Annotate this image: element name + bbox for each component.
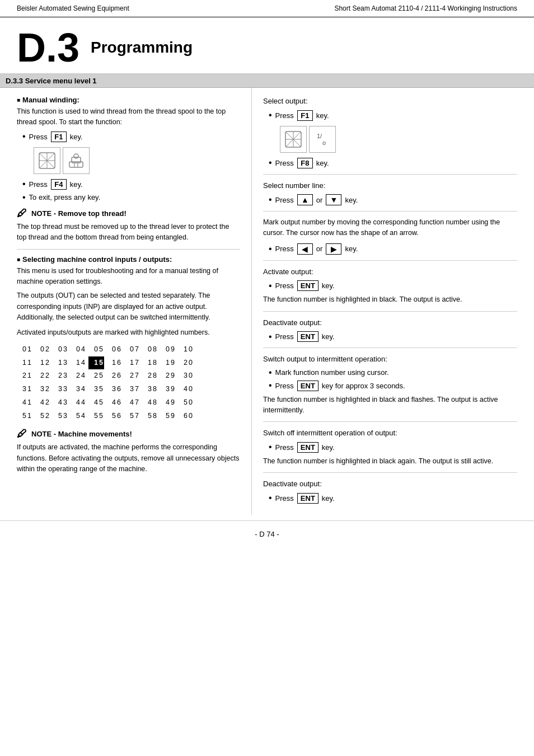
note2-text: If outputs are activated, the machine pe… bbox=[17, 442, 240, 475]
right-press-f1-label: Press bbox=[275, 111, 294, 120]
select-inputs-desc2: The outputs (OUT) can be selected and te… bbox=[17, 290, 240, 323]
grid-cell: 53 bbox=[53, 410, 68, 423]
grid-cell: 36 bbox=[106, 383, 122, 396]
grid-cell: 02 bbox=[35, 343, 50, 356]
grid-cell: 24 bbox=[71, 369, 86, 383]
grid-cell: 13 bbox=[53, 356, 68, 370]
exit-item: • To exit, press any key. bbox=[22, 193, 240, 202]
icon-thread-spool bbox=[34, 147, 60, 174]
key-label2: key. bbox=[70, 180, 83, 189]
right-f8-key-label: key. bbox=[316, 159, 329, 167]
grid-cell: 35 bbox=[88, 383, 104, 396]
display-icon-svg bbox=[283, 129, 303, 149]
press-ent2-label: Press bbox=[275, 332, 294, 341]
grid-cell: 51 bbox=[17, 410, 32, 423]
bullet: • bbox=[269, 281, 272, 290]
grid-cell: 17 bbox=[124, 356, 140, 370]
machine-part-svg bbox=[66, 151, 86, 171]
press-label-lr: Press bbox=[275, 245, 294, 253]
grid-cell: 47 bbox=[124, 396, 140, 410]
press-ent5-label: Press bbox=[275, 494, 294, 503]
title-label: Programming bbox=[91, 39, 193, 57]
right-f8-key: F8 bbox=[297, 158, 313, 168]
ent-key4-label: key. bbox=[322, 443, 335, 452]
grid-cell: 59 bbox=[160, 410, 176, 423]
bullet: • bbox=[269, 494, 272, 503]
header-left: Beisler Automated Sewing Equipment bbox=[17, 4, 129, 12]
header-right: Short Seam Automat 2110-4 / 2111-4 Worki… bbox=[334, 4, 517, 12]
note1-title: NOTE - Remove top thread! bbox=[31, 209, 127, 218]
svg-point-7 bbox=[74, 154, 78, 158]
grid-cell: 57 bbox=[124, 410, 140, 423]
page-footer: - D 74 - bbox=[0, 520, 534, 544]
select-inputs-title: Selecting machine control inputs / outpu… bbox=[17, 255, 240, 264]
grid-cell: 31 bbox=[17, 383, 32, 396]
grid-cell: 38 bbox=[142, 383, 158, 396]
grid-cell: 18 bbox=[142, 356, 158, 370]
press-ent4-label: Press bbox=[275, 443, 294, 452]
right-key-label2: key. bbox=[345, 196, 358, 204]
grid-cell: 11 bbox=[17, 356, 32, 370]
grid-cell: 27 bbox=[124, 369, 140, 383]
icon-machine-part bbox=[63, 147, 90, 174]
press-ent5-item: • Press ENT key. bbox=[269, 493, 517, 504]
note-remove-thread: 🖊 NOTE - Remove top thread! The top thre… bbox=[17, 208, 240, 243]
note1-text: The top thread must be removed up to the… bbox=[17, 222, 240, 243]
grid-cell: 30 bbox=[178, 369, 194, 383]
f1-key: F1 bbox=[51, 132, 67, 142]
grid-row: 41424344454647484950 bbox=[17, 396, 240, 410]
right-press-f8-item: • Press F8 key. bbox=[269, 158, 517, 168]
grid-cell: 44 bbox=[71, 396, 86, 410]
press-lr-item: • Press ◀ or ▶ key. bbox=[269, 243, 517, 255]
press-up-down-item: • Press ▲ or ▼ key. bbox=[269, 194, 517, 205]
icon-container-winding bbox=[34, 145, 240, 176]
right-f1-key: F1 bbox=[297, 110, 313, 121]
grid-cell: 14 bbox=[71, 356, 86, 370]
divider-right6 bbox=[263, 421, 517, 422]
divider-right7 bbox=[263, 472, 517, 473]
grid-cell: 19 bbox=[160, 356, 176, 370]
grid-cell: 48 bbox=[142, 396, 158, 410]
switch-intermittent-title: Switch output to intermittent operation: bbox=[263, 354, 517, 365]
bullet: • bbox=[269, 381, 272, 390]
bullet: • bbox=[269, 158, 272, 167]
grid-cell: 28 bbox=[142, 369, 158, 383]
grid-cell: 52 bbox=[35, 410, 50, 423]
blink-text: The function number is highlighted in bl… bbox=[263, 395, 517, 416]
ent-key: ENT bbox=[297, 280, 318, 291]
grid-cell: 21 bbox=[17, 369, 32, 383]
bullet: • bbox=[269, 443, 272, 452]
grid-cell: 03 bbox=[53, 343, 68, 356]
bullet: • bbox=[269, 111, 272, 120]
title-d3: D.3 bbox=[17, 27, 79, 68]
press-f4-item: • Press F4 key. bbox=[22, 179, 240, 190]
select-output-label: Select output: bbox=[263, 96, 517, 107]
grid-cell: 06 bbox=[106, 343, 122, 356]
key-label: key. bbox=[70, 133, 83, 141]
icon-container-right: 1 / o bbox=[280, 124, 517, 154]
section-header: D.3.3 Service menu level 1 bbox=[0, 74, 534, 88]
mark-cursor-item: • Mark function number using cursor. bbox=[269, 368, 517, 377]
grid-cell: 33 bbox=[53, 383, 68, 396]
deactivate-output-label: Deactivate output: bbox=[263, 317, 517, 328]
grid-cell: 29 bbox=[160, 369, 176, 383]
grid-cell: 58 bbox=[142, 410, 158, 423]
right-column: Select output: • Press F1 key. bbox=[252, 88, 534, 515]
right-key-label3: key. bbox=[345, 245, 358, 253]
press-ent4-item: • Press ENT key. bbox=[269, 442, 517, 453]
grid-cell: 09 bbox=[160, 343, 176, 356]
press-f1-item: • Press F1 key. bbox=[22, 132, 240, 142]
footer-text: - D 74 - bbox=[255, 530, 279, 538]
ent-key3: ENT bbox=[297, 381, 318, 391]
right-key-label: key. bbox=[316, 111, 329, 120]
press-label-right: Press bbox=[275, 196, 294, 204]
note2-title: NOTE - Machine movements! bbox=[31, 430, 132, 438]
io-icon-svg: 1 / o bbox=[312, 129, 332, 149]
grid-cell: 42 bbox=[35, 396, 50, 410]
grid-cell: 15 bbox=[88, 356, 104, 370]
press-ent2-item: • Press ENT key. bbox=[269, 331, 517, 342]
divider-right1 bbox=[263, 174, 517, 175]
grid-cell: 04 bbox=[71, 343, 86, 356]
press-ent-item: • Press ENT key. bbox=[269, 280, 517, 291]
grid-cell: 23 bbox=[53, 369, 68, 383]
